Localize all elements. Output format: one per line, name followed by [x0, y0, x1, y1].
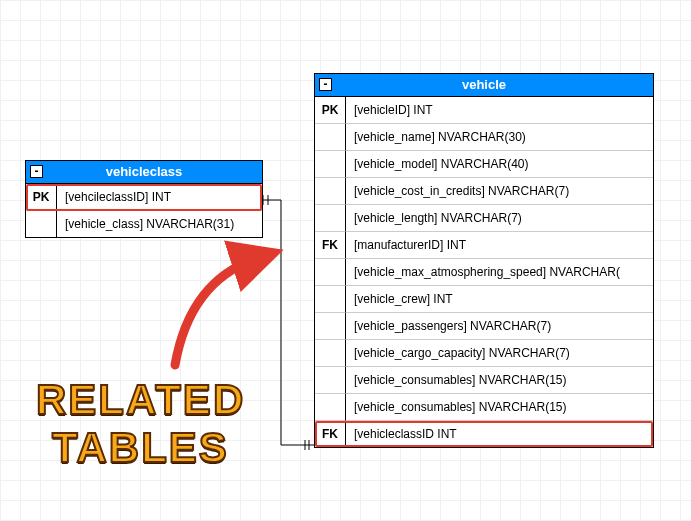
- table-row[interactable]: [vehicle_name] NVARCHAR(30): [315, 124, 653, 151]
- column-cell: [vehicle_length] NVARCHAR(7): [346, 205, 653, 232]
- key-cell: [315, 340, 346, 367]
- table-row[interactable]: PK[vehcileclassID] INT: [26, 184, 262, 211]
- related-label-line1: Related: [36, 378, 245, 422]
- column-cell: [vehicle_class] NVARCHAR(31): [57, 211, 262, 237]
- table-title: vehicle: [462, 77, 506, 92]
- column-cell: [vehcileclassID] INT: [57, 184, 262, 211]
- column-cell: [vehicleID] INT: [346, 97, 653, 124]
- table-row[interactable]: [vehicle_consumables] NVARCHAR(15): [315, 367, 653, 394]
- column-cell: [vehicle_max_atmosphering_speed] NVARCHA…: [346, 259, 653, 286]
- collapse-icon[interactable]: -: [319, 78, 332, 91]
- key-cell: [315, 205, 346, 232]
- key-cell: [315, 151, 346, 178]
- table-row[interactable]: [vehicle_model] NVARCHAR(40): [315, 151, 653, 178]
- key-cell: [315, 313, 346, 340]
- table-header[interactable]: - vehicle: [315, 74, 653, 97]
- column-cell: [vehicle_crew] INT: [346, 286, 653, 313]
- table-header[interactable]: - vehicleclass: [26, 161, 262, 184]
- table-row[interactable]: FK[manufacturerID] INT: [315, 232, 653, 259]
- column-cell: [vehicle_consumables] NVARCHAR(15): [346, 394, 653, 421]
- key-cell: [315, 124, 346, 151]
- key-cell: [26, 211, 57, 237]
- collapse-icon[interactable]: -: [30, 165, 43, 178]
- table-row[interactable]: [vehicle_cargo_capacity] NVARCHAR(7): [315, 340, 653, 367]
- column-cell: [vehicle_model] NVARCHAR(40): [346, 151, 653, 178]
- key-cell: [315, 286, 346, 313]
- key-cell: [315, 367, 346, 394]
- related-label-line2: Tables: [52, 426, 229, 470]
- table-row[interactable]: PK[vehicleID] INT: [315, 97, 653, 124]
- column-cell: [vehicleclassID INT: [346, 421, 653, 447]
- column-cell: [vehicle_cargo_capacity] NVARCHAR(7): [346, 340, 653, 367]
- table-vehicle[interactable]: - vehicle PK[vehicleID] INT[vehicle_name…: [314, 73, 654, 448]
- table-title: vehicleclass: [106, 164, 183, 179]
- column-cell: [vehicle_consumables] NVARCHAR(15): [346, 367, 653, 394]
- key-cell: [315, 178, 346, 205]
- table-row[interactable]: FK[vehicleclassID INT: [315, 421, 653, 447]
- key-cell: FK: [315, 421, 346, 447]
- column-cell: [vehicle_passengers] NVARCHAR(7): [346, 313, 653, 340]
- table-row[interactable]: [vehicle_consumables] NVARCHAR(15): [315, 394, 653, 421]
- key-cell: FK: [315, 232, 346, 259]
- column-cell: [vehicle_cost_in_credits] NVARCHAR(7): [346, 178, 653, 205]
- table-vehicleclass[interactable]: - vehicleclass PK[vehcileclassID] INT[ve…: [25, 160, 263, 238]
- table-row[interactable]: [vehicle_length] NVARCHAR(7): [315, 205, 653, 232]
- table-row[interactable]: [vehicle_class] NVARCHAR(31): [26, 211, 262, 237]
- key-cell: [315, 394, 346, 421]
- table-row[interactable]: [vehicle_max_atmosphering_speed] NVARCHA…: [315, 259, 653, 286]
- key-cell: PK: [315, 97, 346, 124]
- column-cell: [manufacturerID] INT: [346, 232, 653, 259]
- key-cell: [315, 259, 346, 286]
- column-cell: [vehicle_name] NVARCHAR(30): [346, 124, 653, 151]
- table-row[interactable]: [vehicle_cost_in_credits] NVARCHAR(7): [315, 178, 653, 205]
- key-cell: PK: [26, 184, 57, 211]
- table-row[interactable]: [vehicle_crew] INT: [315, 286, 653, 313]
- table-row[interactable]: [vehicle_passengers] NVARCHAR(7): [315, 313, 653, 340]
